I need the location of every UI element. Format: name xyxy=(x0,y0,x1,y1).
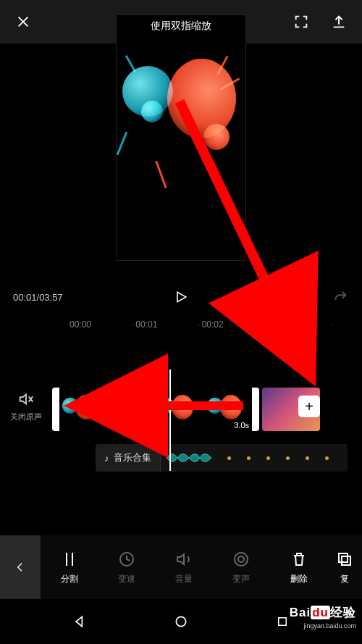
svg-rect-3 xyxy=(342,556,350,565)
tool-split[interactable]: 分割 xyxy=(41,550,98,585)
clip-selected[interactable]: 3.0s xyxy=(52,388,259,431)
preview-area: 使用双指缩放 xyxy=(0,14,362,290)
music-note-icon: ♪ xyxy=(104,453,109,464)
redo-button[interactable] xyxy=(332,288,349,306)
audio-collection-label[interactable]: ♪ 音乐合集 xyxy=(96,444,161,472)
volume-icon xyxy=(175,551,193,568)
watermark: Baidu经验 jingyan.baidu.com xyxy=(290,604,356,630)
audio-waveform[interactable] xyxy=(161,444,348,472)
tool-voice-change[interactable]: 变声 xyxy=(213,550,270,585)
beat-marker xyxy=(227,456,231,460)
play-icon xyxy=(174,290,188,304)
tool-copy[interactable]: 复 xyxy=(327,550,362,585)
circle-icon xyxy=(174,614,188,629)
beat-marker xyxy=(247,456,251,460)
ruler-tick: 00:01 xyxy=(135,319,196,330)
svg-point-4 xyxy=(176,616,185,626)
pinch-hint: 使用双指缩放 xyxy=(117,20,245,33)
audio-track[interactable]: ♪ 音乐合集 xyxy=(96,442,348,474)
tool-speed[interactable]: 变速 xyxy=(98,550,155,585)
svg-rect-5 xyxy=(279,618,287,626)
ruler-tick: 00:03 xyxy=(268,319,329,330)
playhead[interactable] xyxy=(169,369,171,471)
time-display: 00:01/03:57 xyxy=(13,292,63,303)
split-icon xyxy=(61,551,78,568)
speaker-mute-icon xyxy=(18,391,34,407)
beat-marker xyxy=(286,456,290,460)
timeline-ruler: 00:00· 00:01· 00:02· 00:03· xyxy=(0,316,362,333)
tool-volume[interactable]: 音量 xyxy=(156,550,213,585)
toolbar-back-button[interactable] xyxy=(0,535,41,599)
voice-change-icon xyxy=(232,551,250,568)
svg-point-1 xyxy=(235,553,248,566)
timeline-zone: 关闭原声 3.0s + ♪ 音乐合集 xyxy=(0,333,362,514)
redo-icon xyxy=(332,289,348,305)
beat-marker xyxy=(325,456,329,460)
ruler-tick: 00:02 xyxy=(202,319,263,330)
mute-label: 关闭原声 xyxy=(7,411,45,422)
add-clip-button[interactable]: + xyxy=(298,396,320,417)
triangle-left-icon xyxy=(72,614,87,629)
ruler-tick: 00:00 xyxy=(70,319,130,330)
clip-duration: 3.0s xyxy=(234,421,249,430)
svg-rect-2 xyxy=(339,553,348,562)
chevron-left-icon xyxy=(14,561,26,573)
preview-image xyxy=(117,15,245,260)
undo-icon xyxy=(299,289,315,305)
speed-icon xyxy=(118,551,135,568)
preview-frame[interactable]: 使用双指缩放 xyxy=(116,14,246,261)
copy-icon xyxy=(336,551,353,568)
nav-recent-button[interactable] xyxy=(274,613,291,630)
undo-button[interactable] xyxy=(298,288,316,306)
plus-icon: + xyxy=(305,398,313,415)
beat-marker xyxy=(306,456,309,460)
mute-original-toggle[interactable]: 关闭原声 xyxy=(7,391,45,422)
edit-toolbar: 分割 变速 音量 变声 删除 复 xyxy=(0,535,362,599)
square-icon xyxy=(276,615,289,628)
delete-icon xyxy=(290,551,308,568)
nav-home-button[interactable] xyxy=(172,613,190,630)
beat-marker xyxy=(266,456,270,460)
nav-back-button[interactable] xyxy=(71,613,88,630)
play-button[interactable] xyxy=(172,288,190,306)
tool-delete[interactable]: 删除 xyxy=(270,550,327,585)
transport-bar: 00:01/03:57 xyxy=(0,281,362,313)
